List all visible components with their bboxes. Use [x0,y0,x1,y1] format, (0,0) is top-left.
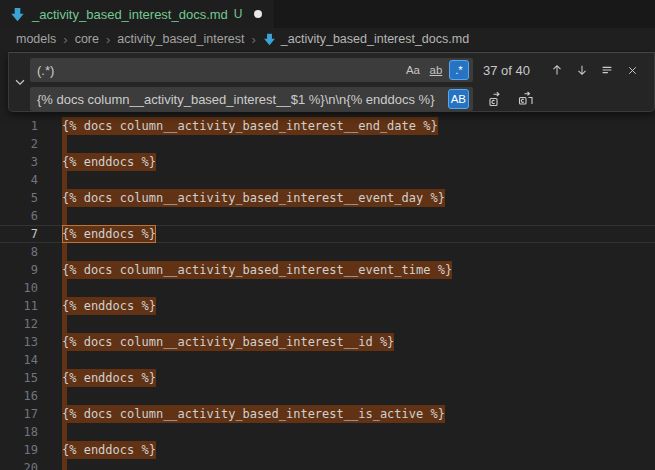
breadcrumb-separator: › [251,32,255,47]
match-highlight[interactable]: {% enddocs %} [62,441,156,459]
code-line[interactable]: 4 [0,171,655,189]
code-line[interactable]: 12 [0,315,655,333]
empty-line-match-highlight [62,315,67,333]
line-number: 3 [0,153,38,171]
match-highlight[interactable]: {% enddocs %} [62,153,156,171]
tab-bar: _activity_based_interest_docs.md U [0,0,655,28]
tab-title: _activity_based_interest_docs.md [32,7,228,22]
code-line[interactable]: 17{% docs column__activity_based_interes… [0,405,655,423]
line-number: 8 [0,243,38,261]
code-line[interactable]: 20 [0,459,655,470]
match-highlight[interactable]: {% docs column__activity_based_interest_… [62,261,452,279]
code-line[interactable]: 18 [0,423,655,441]
code-line[interactable]: 10 [0,279,655,297]
match-highlight[interactable]: {% docs column__activity_based_interest_… [62,405,445,423]
line-number: 5 [0,189,38,207]
editor-pane[interactable]: 1{% docs column__activity_based_interest… [0,50,655,470]
regex-icon[interactable]: .* [449,60,469,80]
match-count: 37 of 40 [483,63,530,78]
code-line[interactable]: 1{% docs column__activity_based_interest… [0,117,655,135]
code-line[interactable]: 3{% enddocs %} [0,153,655,171]
current-match-highlight[interactable]: {% enddocs %} [62,225,156,243]
match-case-icon[interactable]: Aa [403,60,423,80]
whole-word-icon[interactable]: ab [426,60,446,80]
line-number: 7 [0,225,38,243]
line-number: 9 [0,261,38,279]
empty-line-match-highlight [62,135,67,153]
empty-line-match-highlight [62,351,67,369]
line-number: 14 [0,351,38,369]
markdown-file-icon [10,7,25,22]
line-number: 11 [0,297,38,315]
empty-line-match-highlight [62,387,67,405]
vscode-window: _activity_based_interest_docs.md U model… [0,0,655,470]
editor-tab[interactable]: _activity_based_interest_docs.md U [0,0,275,28]
empty-line-match-highlight [62,207,67,225]
code-lines: 1{% docs column__activity_based_interest… [0,117,655,470]
find-in-selection-icon[interactable] [596,59,618,81]
breadcrumb-separator: › [106,32,110,47]
code-line[interactable]: 7{% enddocs %} [0,225,655,243]
code-line[interactable]: 15{% enddocs %} [0,369,655,387]
line-number: 4 [0,171,38,189]
search-input[interactable]: (.*) Aa ab .* [30,58,473,82]
empty-line-match-highlight [62,243,67,261]
breadcrumb: models › core › activity_based_interest … [0,28,655,50]
code-line[interactable]: 11{% enddocs %} [0,297,655,315]
line-number: 1 [0,117,38,135]
replace-input[interactable]: {% docs column__activity_based_interest_… [30,87,473,111]
match-highlight[interactable]: {% docs column__activity_based_interest_… [62,189,445,207]
match-highlight[interactable]: {% enddocs %} [62,369,156,387]
breadcrumb-item-activity-based-interest[interactable]: activity_based_interest [117,32,244,46]
line-number: 17 [0,405,38,423]
modified-indicator-dot[interactable] [254,10,262,18]
code-line[interactable]: 6 [0,207,655,225]
git-status-badge: U [234,7,243,21]
empty-line-match-highlight [62,279,67,297]
code-line[interactable]: 14 [0,351,655,369]
previous-match-icon[interactable] [546,59,568,81]
code-line[interactable]: 5{% docs column__activity_based_interest… [0,189,655,207]
match-highlight[interactable]: {% docs column__activity_based_interest_… [62,117,438,135]
line-number: 20 [0,459,38,470]
next-match-icon[interactable] [571,59,593,81]
line-number: 12 [0,315,38,333]
find-row: (.*) Aa ab .* 37 of 40 [30,58,648,82]
replace-row: {% docs column__activity_based_interest_… [30,87,648,111]
preserve-case-icon[interactable]: AB [448,89,469,109]
code-line[interactable]: 19{% enddocs %} [0,441,655,459]
match-highlight[interactable]: {% docs column__activity_based_interest_… [62,333,394,351]
replace-icon[interactable] [485,88,507,110]
empty-line-match-highlight [62,171,67,189]
breadcrumb-item-core[interactable]: core [75,32,99,46]
code-line[interactable]: 13{% docs column__activity_based_interes… [0,333,655,351]
toggle-replace-chevron-icon [13,75,27,89]
code-line[interactable]: 8 [0,243,655,261]
breadcrumb-item-models[interactable]: models [16,32,56,46]
empty-line-match-highlight [62,423,67,441]
breadcrumb-separator: › [63,32,67,47]
toggle-replace-button[interactable] [9,53,30,111]
line-number: 10 [0,279,38,297]
code-line[interactable]: 16 [0,387,655,405]
line-number: 6 [0,207,38,225]
find-replace-widget: (.*) Aa ab .* 37 of 40 [8,52,655,112]
match-highlight[interactable]: {% enddocs %} [62,297,156,315]
line-number: 18 [0,423,38,441]
line-number: 2 [0,135,38,153]
line-number: 19 [0,441,38,459]
search-value: (.*) [37,63,403,78]
close-icon[interactable] [621,59,643,81]
line-number: 16 [0,387,38,405]
code-line[interactable]: 2 [0,135,655,153]
breadcrumb-item-file[interactable]: _activity_based_interest_docs.md [263,32,469,46]
code-line[interactable]: 9{% docs column__activity_based_interest… [0,261,655,279]
line-number: 13 [0,333,38,351]
replace-value: {% docs column__activity_based_interest_… [37,92,448,107]
replace-all-icon[interactable] [515,88,537,110]
empty-line-match-highlight [62,459,67,470]
line-number: 15 [0,369,38,387]
markdown-file-icon [263,33,276,46]
